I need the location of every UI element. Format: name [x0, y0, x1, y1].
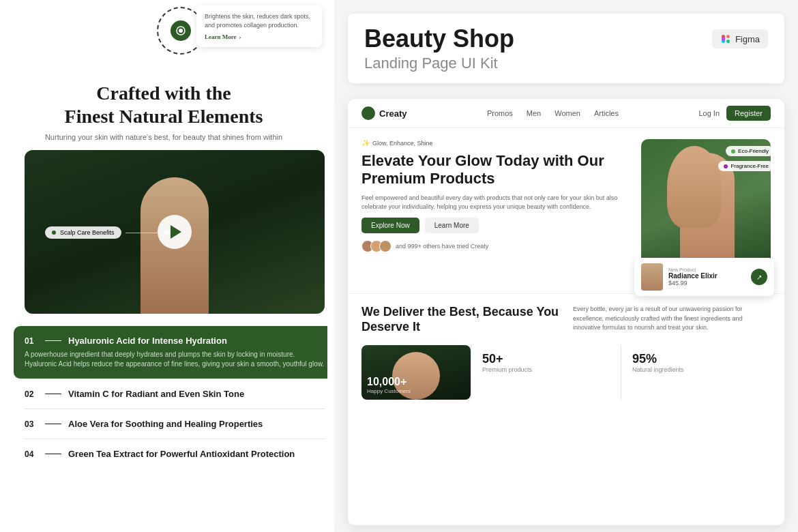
- ing-title-1: Hyaluronic Acid for Intense Hydration: [68, 336, 227, 346]
- learn-more-link[interactable]: Learn More ›: [205, 33, 314, 40]
- hero-left: ✨ Glow, Enhance, Shine Elevate Your Glow…: [361, 139, 630, 276]
- hero-title: Elevate Your Glow Today with Our Premium…: [361, 152, 630, 188]
- frag-label: Fragrance-Free: [730, 163, 769, 169]
- product-info: New Product Radiance Elixir $45.99: [668, 267, 745, 286]
- ing-title-4: Green Tea Extract for Powerful Antioxida…: [68, 449, 295, 459]
- hero-tag: ✨ Glow, Enhance, Shine: [361, 139, 630, 147]
- stat-products: 50+ Premium products: [471, 345, 621, 400]
- stat-image: 10,000+ Happy Customers: [361, 345, 471, 400]
- ingredient-item-1[interactable]: 01 Hyaluronic Acid for Intense Hydration…: [14, 326, 327, 379]
- eco-dot: [731, 149, 735, 153]
- right-panel: Beauty Shop Figma Landing Page UI Kit Cr…: [334, 0, 798, 532]
- face-shape: [667, 146, 722, 228]
- frag-dot: [724, 164, 728, 168]
- nav-register-button[interactable]: Register: [726, 106, 771, 121]
- fragrance-free-badge: Fragrance-Free: [718, 161, 771, 171]
- figma-icon: [720, 33, 731, 44]
- eco-label: Eco-Friendly: [738, 148, 769, 154]
- svg-point-5: [726, 40, 730, 43]
- ing-dash-3: [45, 424, 61, 425]
- trust-inner-icon: [171, 20, 191, 41]
- deliver-desc: Every bottle, every jar is a result of o…: [573, 305, 771, 333]
- nav-link-promos[interactable]: Promos: [487, 109, 513, 117]
- hero-image: Eco-Friendly Fragrance-Free: [641, 139, 771, 276]
- ing-dash-1: [45, 340, 61, 342]
- stat-ingredients: 95% Natural ingredients: [621, 345, 771, 400]
- stat-ingredients-label: Natural ingredients: [632, 366, 760, 373]
- hero-buttons: Explore Now Learn More: [361, 218, 630, 233]
- ingredient-item-3[interactable]: 03 Aloe Vera for Soothing and Healing Pr…: [25, 409, 325, 439]
- main-headline: Crafted with the Finest Natural Elements: [14, 82, 314, 128]
- browser-mockup: Creaty Promos Men Women Articles Log In …: [348, 99, 784, 525]
- ingredient-item-4[interactable]: 04 Green Tea Extract for Powerful Antiox…: [25, 439, 325, 469]
- stat-overlay-text: 10,000+ Happy Customers: [367, 376, 411, 394]
- product-arrow-button[interactable]: ↗: [751, 269, 767, 285]
- deliver-left: We Deliver the Best, Because You Deserve…: [361, 305, 559, 334]
- hero-desc: Feel empowered and beautiful every day w…: [361, 194, 630, 212]
- social-text: and 999+ others have tried Creaty: [396, 243, 488, 250]
- social-proof: and 999+ others have tried Creaty: [361, 240, 630, 252]
- landing-kit-label: Landing Page UI Kit: [364, 55, 768, 72]
- mockup-hero: ✨ Glow, Enhance, Shine Elevate Your Glow…: [348, 128, 784, 286]
- product-price: $45.99: [668, 280, 745, 286]
- ing-num-3: 03: [25, 419, 38, 429]
- deliver-section: We Deliver the Best, Because You Deserve…: [348, 293, 784, 340]
- nav-link-women[interactable]: Women: [555, 109, 580, 117]
- sub-headline: Nurturing your skin with nature's best, …: [14, 133, 314, 141]
- ing-num-2: 02: [25, 389, 38, 399]
- header-title-row: Beauty Shop Figma: [364, 25, 768, 53]
- product-thumbnail: [641, 263, 663, 291]
- ingredient-card: Brightens the skin, reduces dark spots, …: [191, 0, 327, 53]
- left-panel: Brightens the skin, reduces dark spots, …: [0, 0, 327, 532]
- hero-right: Eco-Friendly Fragrance-Free New Product …: [641, 139, 771, 276]
- hero-tag-text: Glow, Enhance, Shine: [372, 140, 433, 147]
- scalp-tag: Scalp Care Benefits: [45, 226, 121, 239]
- header-card: Beauty Shop Figma Landing Page UI Kit: [348, 14, 784, 83]
- eco-friendly-badge: Eco-Friendly: [726, 146, 771, 156]
- nav-link-men[interactable]: Men: [527, 109, 541, 117]
- beauty-shop-title: Beauty Shop: [364, 25, 514, 53]
- nav-logo: Creaty: [361, 106, 407, 120]
- new-product-label: New Product: [668, 267, 745, 272]
- figma-label: Figma: [735, 34, 760, 44]
- nav-actions: Log In Register: [698, 106, 771, 121]
- tag-dot: [52, 231, 56, 235]
- nav-logo-text: Creaty: [379, 108, 407, 119]
- svg-rect-6: [722, 38, 725, 41]
- video-tag-container: Scalp Care Benefits: [45, 226, 169, 239]
- stats-section: 10,000+ Happy Customers 50+ Premium prod…: [348, 345, 784, 400]
- avatar-3: [379, 240, 391, 252]
- ing-num-1: 01: [25, 336, 38, 346]
- ing-title-2: Vitamin C for Radiant and Even Skin Tone: [68, 389, 244, 399]
- ing-title-3: Aloe Vera for Soothing and Healing Prope…: [68, 419, 263, 429]
- product-card-mini[interactable]: New Product Radiance Elixir $45.99 ↗: [634, 258, 774, 296]
- tag-line: [125, 233, 160, 233]
- nav-link-articles[interactable]: Articles: [594, 109, 619, 117]
- deliver-right: Every bottle, every jar is a result of o…: [573, 305, 771, 334]
- ingredient-item-2[interactable]: 02 Vitamin C for Radiant and Even Skin T…: [25, 379, 325, 409]
- learn-more-button[interactable]: Learn More: [425, 218, 479, 233]
- card-text: Brightens the skin, reduces dark spots, …: [205, 12, 314, 29]
- nav-login[interactable]: Log In: [698, 109, 720, 117]
- explore-now-button[interactable]: Explore Now: [361, 218, 419, 233]
- product-name: Radiance Elixir: [668, 272, 745, 280]
- headline-section: Crafted with the Finest Natural Elements…: [0, 82, 327, 141]
- ing-num-4: 04: [25, 449, 38, 459]
- avatar-group: [361, 240, 391, 252]
- stat-products-label: Premium products: [482, 366, 610, 373]
- ing-dash-4: [45, 454, 61, 455]
- stat-customers-label: Happy Customers: [367, 388, 411, 394]
- nav-logo-icon: [361, 106, 375, 120]
- tag-sparkle-icon: ✨: [361, 139, 370, 147]
- play-button[interactable]: [158, 215, 192, 249]
- svg-rect-3: [726, 35, 730, 38]
- ing-desc-1: A powerhouse ingredient that deeply hydr…: [25, 350, 325, 369]
- ing-header-2: 02 Vitamin C for Radiant and Even Skin T…: [25, 389, 325, 399]
- tag-label: Scalp Care Benefits: [60, 229, 115, 236]
- deliver-title: We Deliver the Best, Because You Deserve…: [361, 305, 559, 334]
- video-section: Scalp Care Benefits: [25, 150, 325, 314]
- ing-dash-2: [45, 394, 61, 395]
- nav-links: Promos Men Women Articles: [487, 109, 619, 117]
- stat-ingredients-num: 95%: [632, 352, 760, 366]
- figma-badge: Figma: [712, 29, 768, 48]
